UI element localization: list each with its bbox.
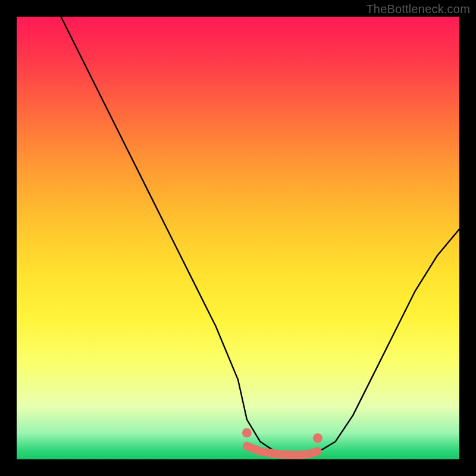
plot-area xyxy=(17,17,459,459)
optimal-range-line xyxy=(247,446,318,455)
watermark-text: TheBottleneck.com xyxy=(366,2,470,16)
bottleneck-curve-svg xyxy=(17,17,459,459)
chart-frame: TheBottleneck.com xyxy=(0,0,476,476)
optimal-range-end-dot xyxy=(313,433,322,443)
optimal-range-start-dot xyxy=(242,428,252,437)
bottleneck-curve-path xyxy=(61,17,459,454)
